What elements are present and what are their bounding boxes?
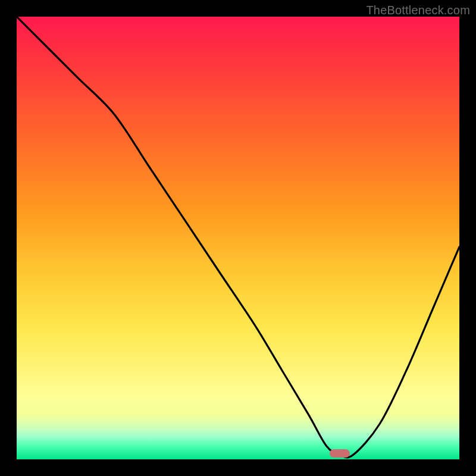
optimal-marker — [330, 449, 350, 458]
bottleneck-curve — [17, 17, 459, 459]
plot-area — [17, 17, 459, 459]
watermark-text: TheBottleneck.com — [366, 4, 470, 17]
chart-frame: TheBottleneck.com — [0, 0, 476, 476]
